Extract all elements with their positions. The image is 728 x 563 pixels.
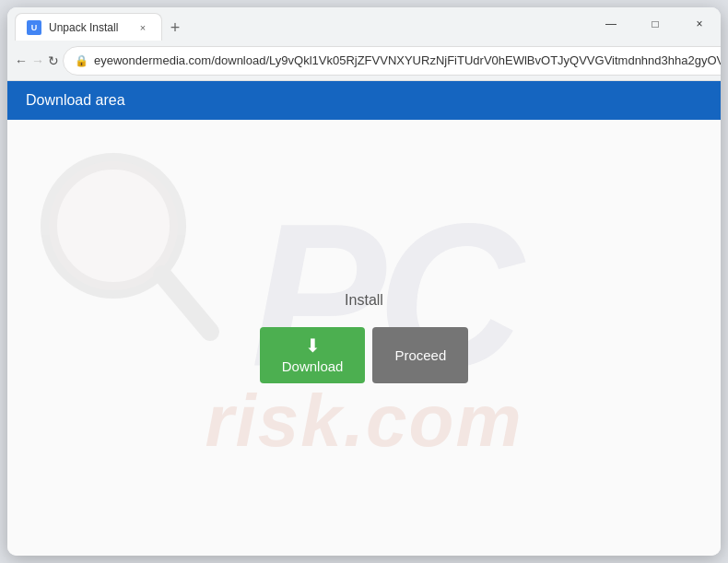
download-button-label: Download: [282, 358, 344, 374]
download-icon: ⬇: [305, 336, 321, 355]
download-header-text: Download area: [26, 92, 125, 108]
back-button[interactable]: ←: [15, 46, 28, 76]
maximize-button[interactable]: □: [634, 7, 676, 41]
new-tab-button[interactable]: +: [162, 15, 188, 41]
magnifier-watermark: [35, 147, 219, 354]
svg-line-2: [162, 275, 210, 332]
buttons-row: ⬇ Download Proceed: [260, 327, 469, 383]
nav-bar: ← → ↻ 🔒 eyewondermedia.com/download/Ly9v…: [7, 41, 721, 81]
proceed-button[interactable]: Proceed: [372, 327, 468, 383]
url-text: eyewondermedia.com/download/Ly9vQkl1Vk05…: [94, 53, 721, 67]
tab-favicon: U: [27, 20, 41, 35]
active-tab[interactable]: U Unpack Install ×: [15, 13, 162, 41]
page-body: PC risk.com Install ⬇ Download Proceed: [7, 120, 721, 556]
window-controls: — □ ×: [590, 7, 721, 41]
center-content: Install ⬇ Download Proceed: [260, 292, 469, 383]
page-content: Download area PC risk.com: [7, 81, 721, 556]
browser-window: U Unpack Install × + — □ × ← → ↻ 🔒 eyewo…: [7, 7, 721, 556]
download-header: Download area: [7, 81, 721, 120]
minimize-button[interactable]: —: [590, 7, 632, 41]
forward-button[interactable]: →: [31, 46, 44, 76]
svg-point-1: [49, 161, 178, 290]
svg-point-0: [49, 161, 178, 290]
install-label: Install: [345, 292, 383, 309]
download-button[interactable]: ⬇ Download: [260, 327, 366, 383]
tab-close-button[interactable]: ×: [135, 20, 150, 35]
watermark-risk-text: risk.com: [205, 379, 523, 463]
close-window-button[interactable]: ×: [678, 7, 721, 41]
tab-title: Unpack Install: [49, 21, 128, 34]
reload-button[interactable]: ↻: [48, 46, 59, 76]
address-bar[interactable]: 🔒 eyewondermedia.com/download/Ly9vQkl1Vk…: [63, 46, 721, 76]
lock-icon: 🔒: [75, 54, 88, 67]
chrome-top: U Unpack Install × + — □ ×: [7, 7, 721, 41]
